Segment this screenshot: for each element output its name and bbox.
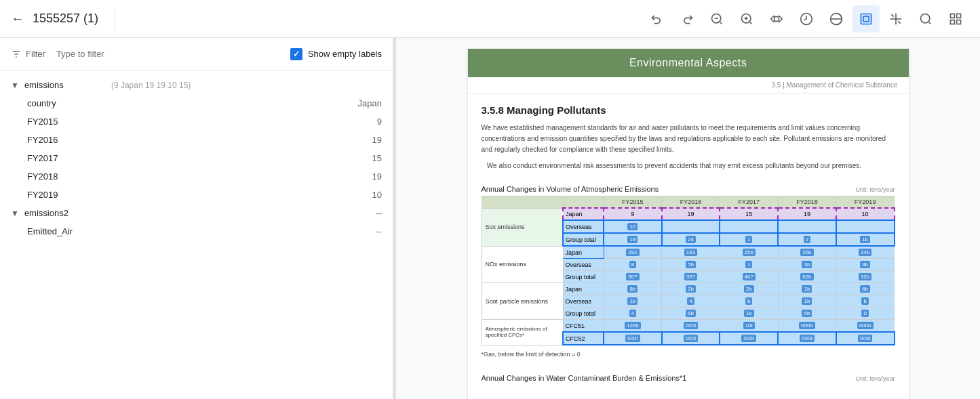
table-cell xyxy=(720,220,778,233)
show-empty-labels-label[interactable]: Show empty labels xyxy=(290,48,382,60)
undo-button[interactable] xyxy=(644,5,671,33)
show-empty-labels-text: Show empty labels xyxy=(308,49,382,59)
tree-item-emissions2[interactable]: ▼ emissions2 -- xyxy=(0,204,393,222)
cursor-button[interactable] xyxy=(882,5,909,33)
tree-item-emitted-air[interactable]: Emitted_Air -- xyxy=(16,222,393,240)
table-cell: 19 xyxy=(778,208,836,220)
tree-arrow-emissions2[interactable]: ▼ xyxy=(11,209,19,218)
table-cell: 25b xyxy=(720,246,778,259)
table-cell: 000t xyxy=(604,332,662,345)
table-cell: 163 xyxy=(662,246,720,259)
table-cell: 1b xyxy=(720,308,778,320)
history2-icon xyxy=(829,12,843,26)
table-cell: Group total xyxy=(563,308,604,320)
table-cell-nox: NOx emissions xyxy=(482,246,563,283)
table-cell xyxy=(836,220,895,233)
tree-key-fy2019: FY2019 xyxy=(27,190,109,200)
table-cell: 292 xyxy=(604,246,662,259)
tree-key-fy2018: FY2018 xyxy=(27,171,109,182)
table-cell: Overseas xyxy=(563,295,604,308)
svg-rect-20 xyxy=(951,20,955,24)
table-cell: 10 xyxy=(836,208,895,220)
filter-input[interactable] xyxy=(56,49,279,59)
table-cell-overseas: Overseas xyxy=(563,220,604,233)
svg-line-14 xyxy=(891,14,893,16)
table-cell: 40? xyxy=(720,271,778,283)
table-cell: 1b xyxy=(604,295,662,308)
tree-value-fy2015: 9 xyxy=(366,117,382,127)
tree-key-emitted-air: Emitted_Air xyxy=(27,226,109,236)
doc-table1: FY2015 FY2016 FY2017 FY2018 FY2019 Sox e… xyxy=(482,196,895,345)
table-cell-japan-label: Japan xyxy=(563,208,604,220)
toolbar-divider xyxy=(115,8,115,30)
history2-button[interactable] xyxy=(823,5,850,33)
filter-label: Filter xyxy=(11,49,45,60)
code-button[interactable] xyxy=(763,5,790,33)
table-cell xyxy=(778,220,836,233)
tree-item-fy2019[interactable]: FY2019 10 xyxy=(16,186,393,204)
table-cell-atm: Atmospheric emissions of specified CFCs* xyxy=(482,320,563,345)
svg-rect-19 xyxy=(957,14,961,18)
doc-table1-title: Annual Changes in Volume of Atmospheric … xyxy=(482,185,659,193)
table-cell: 19 xyxy=(662,208,720,220)
tree-value-fy2019: 10 xyxy=(361,190,382,200)
table-cell: 1b xyxy=(778,283,836,295)
filter-text: Filter xyxy=(26,49,45,59)
tree-panel: ▼ emissions (9 Japan 19 19 10 15) countr… xyxy=(0,70,393,399)
table-row: NOx emissions Japan 292 163 25b 26b 24b xyxy=(482,246,895,259)
zoom-in-button[interactable] xyxy=(733,5,760,33)
table-cell: 15 xyxy=(720,208,778,220)
right-panel[interactable]: Environmental Aspects 3.5 | Management o… xyxy=(396,38,980,399)
tree-meta-emissions: (9 Japan 19 19 10 15) xyxy=(111,81,191,90)
table-cell: 1b xyxy=(836,233,895,246)
tree-value-country: Japan xyxy=(347,98,382,108)
table-cell: 32b xyxy=(836,271,895,283)
table-cell: 5b xyxy=(778,308,836,320)
doc-body: 3.5.8 Managing Pollutants We have establ… xyxy=(468,93,909,396)
table-cell: 19 xyxy=(604,233,662,246)
doc-table1-unit: Unit: tons/year xyxy=(855,186,895,193)
table-cell: 8b xyxy=(604,283,662,295)
tree-item-fy2016[interactable]: FY2016 19 xyxy=(16,131,393,149)
tree-item-emissions[interactable]: ▼ emissions (9 Japan 19 19 10 15) xyxy=(0,76,393,94)
tree-item-fy2018[interactable]: FY2018 19 xyxy=(16,167,393,186)
tree-key-emissions: emissions xyxy=(24,80,106,90)
search-button[interactable] xyxy=(912,5,939,33)
doc-section-title: 3.5.8 Managing Pollutants xyxy=(482,104,895,116)
show-empty-labels-checkbox[interactable] xyxy=(290,48,302,60)
back-icon: ← xyxy=(11,11,24,26)
table-cell: 4 xyxy=(662,295,720,308)
table-cell: 6b xyxy=(662,308,720,320)
table-cell: Japan xyxy=(563,283,604,295)
tree-key-fy2016: FY2016 xyxy=(27,135,109,145)
toolbar-icons xyxy=(644,5,969,33)
table-cell: Overseas xyxy=(563,259,604,271)
tree-item-fy2017[interactable]: FY2017 15 xyxy=(16,149,393,167)
table-cell: 2b xyxy=(662,283,720,295)
history1-button[interactable] xyxy=(793,5,820,33)
th-category xyxy=(482,196,563,209)
table-cell: 1 xyxy=(720,259,778,271)
table-cell: 24 xyxy=(662,233,720,246)
table-cell: 10 xyxy=(604,220,662,233)
zoom-in-icon xyxy=(740,12,753,26)
table-cell: 50? xyxy=(604,271,662,283)
tree-arrow-emissions[interactable]: ▼ xyxy=(11,81,19,90)
doc-header: Environmental Aspects xyxy=(468,49,909,77)
table-cell: 2 xyxy=(778,233,836,246)
redo-button[interactable] xyxy=(673,5,701,33)
tree-item-country[interactable]: country Japan xyxy=(16,94,393,112)
svg-rect-21 xyxy=(957,20,961,24)
history1-icon xyxy=(800,12,813,26)
table-cell: b xyxy=(836,295,895,308)
table-cell: 6b xyxy=(836,283,895,295)
left-panel: Filter Show empty labels ▼ emissions (9 … xyxy=(0,38,393,399)
table-cell: 000t xyxy=(720,332,778,345)
tree-item-fy2015[interactable]: FY2015 9 xyxy=(16,112,393,131)
back-button[interactable]: ← xyxy=(11,11,24,26)
select-button[interactable] xyxy=(852,5,880,33)
table-cell: 5b xyxy=(662,259,720,271)
table-cell: 10t xyxy=(720,320,778,333)
grid-button[interactable] xyxy=(942,5,969,33)
zoom-out-button[interactable] xyxy=(703,5,730,33)
